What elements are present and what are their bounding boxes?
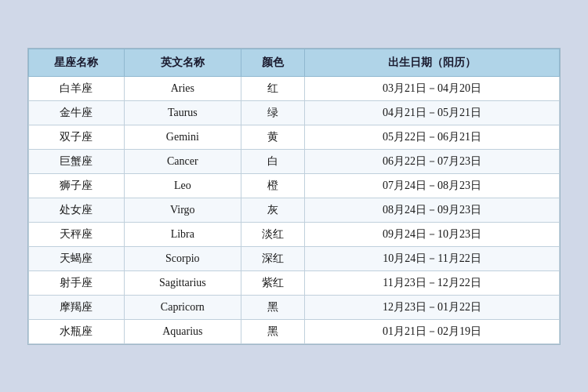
cell-color: 紫红 [241,270,304,295]
table-row: 金牛座Taurus绿04月21日－05月21日 [29,100,560,125]
cell-color: 黑 [241,295,304,319]
zodiac-table-wrapper: 星座名称 英文名称 颜色 出生日期（阳历） 白羊座Aries红03月21日－04… [27,48,561,345]
cell-en: Aries [124,76,241,100]
table-row: 射手座Sagittarius紫红11月23日－12月22日 [29,270,560,295]
cell-en: Taurus [124,100,241,125]
cell-date: 08月24日－09月23日 [305,198,560,222]
header-en: 英文名称 [124,49,241,76]
header-zh: 星座名称 [29,49,125,76]
cell-zh: 处女座 [29,198,125,222]
cell-zh: 狮子座 [29,173,125,198]
header-color: 颜色 [241,49,304,76]
table-row: 天秤座Libra淡红09月24日－10月23日 [29,222,560,246]
cell-color: 红 [241,76,304,100]
cell-date: 01月21日－02月19日 [305,319,560,343]
cell-color: 绿 [241,100,304,125]
table-row: 处女座Virgo灰08月24日－09月23日 [29,198,560,222]
cell-en: Aquarius [124,319,241,343]
cell-color: 淡红 [241,222,304,246]
cell-color: 黄 [241,125,304,149]
table-row: 水瓶座Aquarius黑01月21日－02月19日 [29,319,560,343]
cell-en: Scorpio [124,246,241,270]
table-row: 天蝎座Scorpio深红10月24日－11月22日 [29,246,560,270]
cell-color: 黑 [241,319,304,343]
table-row: 巨蟹座Cancer白06月22日－07月23日 [29,149,560,173]
cell-zh: 金牛座 [29,100,125,125]
header-date: 出生日期（阳历） [305,49,560,76]
cell-color: 白 [241,149,304,173]
cell-en: Sagittarius [124,270,241,295]
cell-date: 12月23日－01月22日 [305,295,560,319]
cell-en: Virgo [124,198,241,222]
cell-color: 橙 [241,173,304,198]
cell-color: 深红 [241,246,304,270]
cell-zh: 天秤座 [29,222,125,246]
cell-zh: 水瓶座 [29,319,125,343]
table-row: 双子座Gemini黄05月22日－06月21日 [29,125,560,149]
cell-date: 04月21日－05月21日 [305,100,560,125]
cell-en: Gemini [124,125,241,149]
cell-zh: 天蝎座 [29,246,125,270]
zodiac-table: 星座名称 英文名称 颜色 出生日期（阳历） 白羊座Aries红03月21日－04… [28,49,560,344]
cell-date: 09月24日－10月23日 [305,222,560,246]
cell-date: 06月22日－07月23日 [305,149,560,173]
cell-en: Cancer [124,149,241,173]
cell-zh: 巨蟹座 [29,149,125,173]
cell-date: 05月22日－06月21日 [305,125,560,149]
cell-zh: 白羊座 [29,76,125,100]
cell-zh: 双子座 [29,125,125,149]
table-row: 狮子座Leo橙07月24日－08月23日 [29,173,560,198]
cell-zh: 摩羯座 [29,295,125,319]
table-row: 白羊座Aries红03月21日－04月20日 [29,76,560,100]
table-header-row: 星座名称 英文名称 颜色 出生日期（阳历） [29,49,560,76]
cell-date: 07月24日－08月23日 [305,173,560,198]
cell-date: 03月21日－04月20日 [305,76,560,100]
cell-en: Capricorn [124,295,241,319]
cell-date: 11月23日－12月22日 [305,270,560,295]
cell-en: Leo [124,173,241,198]
cell-zh: 射手座 [29,270,125,295]
table-row: 摩羯座Capricorn黑12月23日－01月22日 [29,295,560,319]
cell-color: 灰 [241,198,304,222]
cell-date: 10月24日－11月22日 [305,246,560,270]
cell-en: Libra [124,222,241,246]
